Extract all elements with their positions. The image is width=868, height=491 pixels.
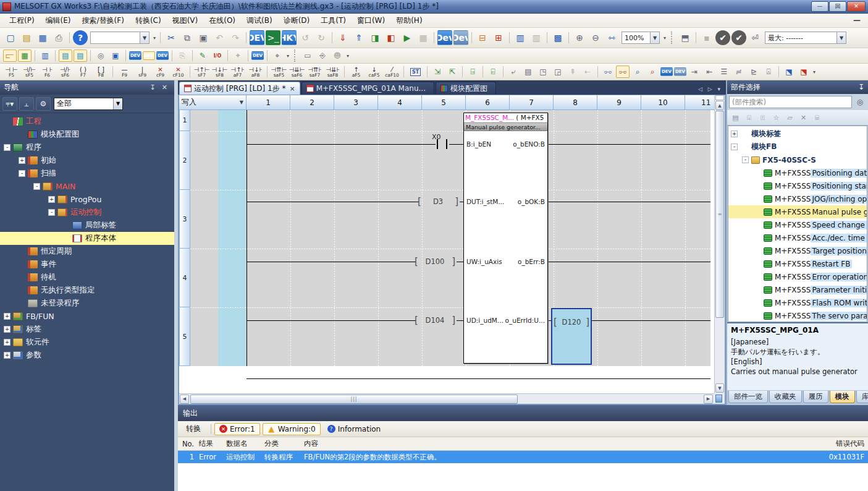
document-icon[interactable]: ▤ xyxy=(521,66,535,78)
fb-register-icon[interactable]: ⇲ xyxy=(431,66,444,78)
scroll-right-icon[interactable]: ▶ xyxy=(704,395,713,404)
application-window-icon[interactable]: ⎆ xyxy=(316,49,329,62)
mdi-minimize-icon[interactable]: — xyxy=(853,16,864,25)
tab-scroll-arrows[interactable]: ◁ ▷ ▾ xyxy=(698,86,726,95)
print-icon[interactable]: ⎙ xyxy=(51,30,66,45)
tab-module-config[interactable]: 模块配置图 xyxy=(436,82,496,95)
wire-draw-selected-icon[interactable]: ⧟ xyxy=(616,66,630,78)
menu-item[interactable]: 视图(V) xyxy=(167,14,204,28)
paste-icon[interactable]: ▣ xyxy=(196,30,211,45)
menu-item[interactable]: 工程(P) xyxy=(4,14,40,28)
wire-draw-icon[interactable]: ⧟ xyxy=(601,66,615,78)
expander-icon[interactable]: + xyxy=(4,313,11,320)
tab-mpg-manual[interactable]: M+FX5SSC_MPG_01A Manu... xyxy=(301,82,434,95)
edit-mode-combobox[interactable]: 写入 ▼ xyxy=(179,95,246,110)
tree-item-unregistered[interactable]: 未登录程序 xyxy=(0,297,174,310)
delete-vertical-line-button[interactable]: ✕cF10 xyxy=(170,64,187,79)
scroll-up-icon[interactable]: ▲ xyxy=(715,101,724,110)
function-block-mpg[interactable]: M_FX5SSC_M... ( M+FX5 Manual pulse gener… xyxy=(463,113,548,364)
tree-item-initial[interactable]: + 初始 xyxy=(0,154,174,167)
label-register2-icon[interactable]: ⍇ xyxy=(486,66,500,78)
coil-button[interactable]: ( )F7 xyxy=(75,64,91,79)
vertical-line-button[interactable]: |sF9 xyxy=(134,64,151,79)
find-replace-icon[interactable]: ◎ xyxy=(94,49,107,62)
expander-icon[interactable]: - xyxy=(19,170,25,177)
tree-item-no-exec-type[interactable]: 无执行类型指定 xyxy=(0,284,174,297)
tree-item-fb-fun[interactable]: + FB/FUN xyxy=(0,310,174,323)
clipboard-icon[interactable]: ⎘ xyxy=(175,49,189,62)
screen-back-icon[interactable]: ↺ xyxy=(298,30,313,45)
expander-icon[interactable]: - xyxy=(48,209,55,216)
rp-tab-library[interactable]: 库 xyxy=(856,391,868,403)
fb-input-operand-d3[interactable]: [D3] xyxy=(418,197,458,207)
remote-operation-icon[interactable]: ◧ xyxy=(384,30,398,45)
tree-item-program-body[interactable]: 程序本体 xyxy=(0,232,174,245)
fb-item-jog-inching[interactable]: M+FX5SS JOG/inching ope xyxy=(728,192,867,205)
error-row[interactable]: 1 Error 运动控制 转换程序 FB/FUN的第2段的参数的数据类型不正确。… xyxy=(178,451,868,463)
application-instruction-button[interactable]: [ ]F8 xyxy=(93,64,109,79)
open-contact-button[interactable]: ⊣ ⊢F5 xyxy=(3,64,20,79)
horizontal-scrollbar[interactable]: ◀ ||| ▶ xyxy=(179,393,714,404)
watch-window2-icon[interactable]: ▥ xyxy=(529,30,544,45)
nav-filter-combobox[interactable]: 全部 ▼ xyxy=(54,98,123,110)
expander-icon[interactable]: + xyxy=(4,339,11,346)
ladder-block-icon[interactable]: ⬒ xyxy=(678,30,693,45)
tree-item-main[interactable]: - MAIN xyxy=(0,180,174,193)
device-zoom-icon[interactable]: DEV xyxy=(660,67,673,76)
device-jump-icon[interactable]: DEV xyxy=(674,67,686,76)
tree-item-progpou[interactable]: + ProgPou xyxy=(0,193,174,206)
label-editor-icon[interactable]: ✎ xyxy=(196,49,209,62)
menu-item[interactable]: 搜索/替换(F) xyxy=(77,14,130,28)
convert-icon[interactable]: ✔ xyxy=(715,30,730,45)
toolbar-overflow-icon[interactable]: ▾ xyxy=(811,69,817,75)
tree-item-program[interactable]: - 程序 xyxy=(0,141,174,154)
gear-icon[interactable]: ⚙ xyxy=(36,97,51,111)
note-display-icon[interactable]: HKY xyxy=(282,30,297,45)
redo-icon[interactable]: ↷ xyxy=(228,30,243,45)
watch-window-icon[interactable]: ▣ xyxy=(109,49,122,62)
expander-icon[interactable]: + xyxy=(4,326,11,333)
rising-pulse-branch-button[interactable]: ⊣↑⊦aF7 xyxy=(229,64,246,79)
device-batch-icon[interactable]: DEV xyxy=(156,51,169,60)
new-file-icon[interactable]: ▢ xyxy=(3,30,18,45)
chevron-down-icon[interactable]: ▼ xyxy=(113,98,122,109)
tree-collapse-icon[interactable]: ⫧▾ xyxy=(2,97,17,111)
fb-item-error-operation[interactable]: M+FX5SS Error operation xyxy=(728,270,867,283)
menu-item[interactable]: 帮助(H) xyxy=(390,14,428,28)
fb-group-fx5-40ssc[interactable]: - FX5-40SSC-S xyxy=(728,153,867,166)
zoom-in-icon[interactable]: ⊕ xyxy=(572,30,587,45)
user-management-icon[interactable]: ☻ xyxy=(331,49,344,62)
chevron-down-icon[interactable]: ▼ xyxy=(836,32,846,43)
tree-item-local-label[interactable]: 局部标签 xyxy=(0,219,174,232)
fb-item-manual-pulse[interactable]: M+FX5SS Manual pulse ge xyxy=(728,205,867,218)
fb-item-flash-rom[interactable]: M+FX5SS Flash ROM writin xyxy=(728,296,867,309)
split-handle[interactable] xyxy=(715,95,724,100)
fb-property-edit-icon[interactable]: ⬔ xyxy=(797,66,811,78)
fb-item-positioning-start[interactable]: M+FX5SS Positioning start xyxy=(728,179,867,192)
horizontal-scroll-thumb[interactable]: ||| xyxy=(190,395,518,404)
tab-close-icon[interactable]: × xyxy=(289,85,295,93)
fb-item-restart[interactable]: M+FX5SS Restart FB xyxy=(728,257,867,270)
rising-pulse-button[interactable]: ⊣↑⊢sF7 xyxy=(193,64,210,79)
warning-filter-button[interactable]: ▲ Warning:0 xyxy=(263,423,321,435)
note-list-icon[interactable]: ⊞ xyxy=(491,30,506,45)
open-branch-button[interactable]: ⊣ ⊦F6 xyxy=(39,64,56,79)
fb-item-acc-dec[interactable]: M+FX5SS Acc./dec. time S xyxy=(728,231,867,244)
close-branch-button[interactable]: ⊣/⊦sF6 xyxy=(57,64,74,79)
invert-result-button[interactable]: ⁄caF10 xyxy=(384,64,400,79)
device-comment-display-icon[interactable]: DEV xyxy=(250,30,264,45)
rp-tab-history[interactable]: 履历 xyxy=(803,391,828,403)
rising-pulse-close-branch-button[interactable]: ⊣⇈⊦saF7 xyxy=(306,64,323,79)
io-assignment-icon[interactable]: I/O xyxy=(211,49,224,62)
watch-window1-icon[interactable]: ▥ xyxy=(513,30,528,45)
zoom-out-icon[interactable]: ⊖ xyxy=(588,30,603,45)
pin-icon[interactable]: ↧ xyxy=(858,83,864,92)
cancel-place-icon[interactable]: ⍐ xyxy=(756,112,769,124)
screen-forward-icon[interactable]: ↻ xyxy=(314,30,329,45)
fb-item-servo-param[interactable]: M+FX5SS The servo param xyxy=(728,309,867,322)
selected-cell-d120[interactable]: [D120] xyxy=(551,308,592,365)
chart-icon[interactable]: ⌸ xyxy=(811,112,824,124)
pin-icon[interactable]: ↧ xyxy=(147,83,159,92)
menu-item[interactable]: 窗口(W) xyxy=(352,14,390,28)
expander-icon[interactable]: - xyxy=(742,156,749,163)
